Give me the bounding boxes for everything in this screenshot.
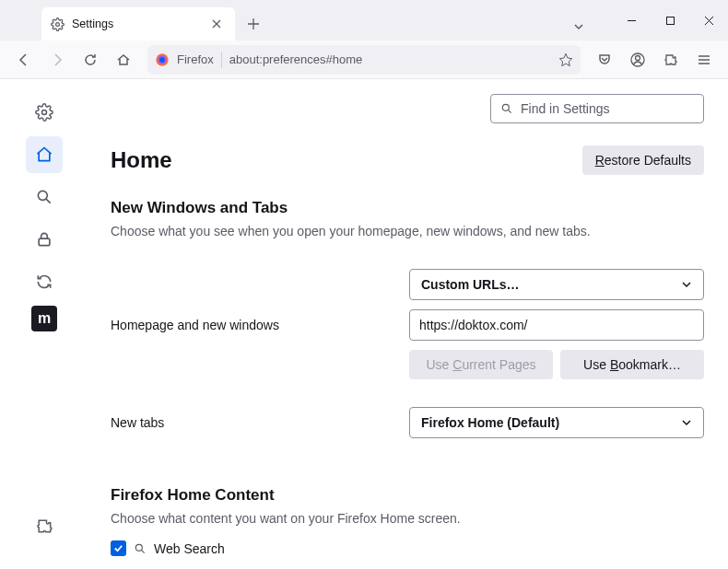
- search-icon: [134, 542, 147, 555]
- svg-point-0: [56, 22, 60, 26]
- svg-point-6: [636, 55, 640, 60]
- maximize-button[interactable]: [651, 6, 689, 34]
- content: Find in Settings Home Restore Defaults N…: [88, 79, 728, 569]
- sidebar-item-search[interactable]: [26, 179, 63, 215]
- forward-button[interactable]: [42, 45, 72, 75]
- tab-title: Settings: [72, 17, 200, 30]
- svg-rect-1: [666, 17, 674, 24]
- extensions-button[interactable]: [656, 45, 686, 75]
- svg-rect-9: [39, 238, 50, 246]
- url-bar[interactable]: Firefox about:preferences#home: [147, 45, 581, 75]
- search-placeholder: Find in Settings: [521, 101, 610, 116]
- section-title-fhc: Firefox Home Content: [111, 486, 704, 505]
- reload-button[interactable]: [76, 45, 105, 75]
- chevron-down-icon: [681, 279, 692, 290]
- main: m Find in Settings Home Restore Defaults…: [0, 79, 728, 569]
- web-search-label: Web Search: [154, 541, 225, 556]
- newtabs-label: New tabs: [111, 415, 398, 430]
- sidebar-item-sync[interactable]: [26, 263, 63, 300]
- homepage-mode-select[interactable]: Custom URLs…: [409, 269, 704, 300]
- use-current-pages-button[interactable]: Use Current Pages: [409, 350, 553, 379]
- minimize-button[interactable]: [612, 6, 651, 34]
- pocket-button[interactable]: [590, 45, 619, 75]
- chevron-down-icon: [681, 417, 692, 428]
- new-tab-button[interactable]: [239, 9, 268, 39]
- tabs-dropdown-button[interactable]: [564, 13, 593, 41]
- sidebar-item-more[interactable]: m: [31, 306, 57, 331]
- window-controls: [612, 0, 728, 41]
- toolbar: Firefox about:preferences#home: [0, 41, 728, 79]
- sidebar-item-home[interactable]: [26, 136, 63, 173]
- close-button[interactable]: [689, 6, 728, 34]
- menu-button[interactable]: [689, 45, 719, 75]
- account-button[interactable]: [623, 45, 652, 75]
- sidebar-item-general[interactable]: [26, 94, 63, 131]
- titlebar: Settings: [0, 0, 728, 41]
- homepage-label: Homepage and new windows: [111, 318, 398, 332]
- back-button[interactable]: [9, 45, 39, 75]
- bookmark-star-icon[interactable]: [558, 52, 573, 67]
- url-prefix: Firefox: [177, 52, 214, 66]
- homepage-url-value: https://doktox.com/: [419, 318, 528, 332]
- page-title: Home: [111, 147, 582, 173]
- home-button[interactable]: [109, 45, 138, 75]
- homepage-mode-value: Custom URLs…: [421, 277, 520, 292]
- svg-point-4: [159, 57, 164, 62]
- newtabs-mode-value: Firefox Home (Default): [421, 415, 559, 430]
- svg-point-11: [135, 544, 142, 551]
- section-desc-fhc: Choose what content you want on your Fir…: [111, 510, 704, 528]
- url-text: about:preferences#home: [229, 52, 551, 66]
- section-desc-nwt: Choose what you see when you open your h…: [111, 223, 704, 241]
- sidebar: m: [0, 79, 88, 569]
- sidebar-item-privacy[interactable]: [26, 221, 63, 258]
- use-bookmark-button[interactable]: Use Bookmark…: [560, 350, 704, 379]
- close-icon[interactable]: [207, 15, 226, 33]
- newtabs-mode-select[interactable]: Firefox Home (Default): [409, 407, 704, 438]
- svg-point-10: [502, 104, 509, 110]
- gear-icon: [51, 17, 65, 31]
- sidebar-item-extensions[interactable]: [26, 508, 63, 545]
- search-input[interactable]: Find in Settings: [490, 94, 704, 123]
- firefox-logo-icon: [155, 52, 170, 67]
- svg-point-8: [38, 191, 47, 200]
- homepage-url-input[interactable]: https://doktox.com/: [409, 309, 704, 341]
- svg-point-7: [42, 110, 47, 115]
- browser-tab[interactable]: Settings: [41, 7, 235, 41]
- restore-defaults-button[interactable]: Restore Defaults: [582, 145, 704, 175]
- section-title-nwt: New Windows and Tabs: [111, 199, 704, 217]
- web-search-checkbox[interactable]: [111, 540, 126, 556]
- search-icon: [500, 102, 513, 115]
